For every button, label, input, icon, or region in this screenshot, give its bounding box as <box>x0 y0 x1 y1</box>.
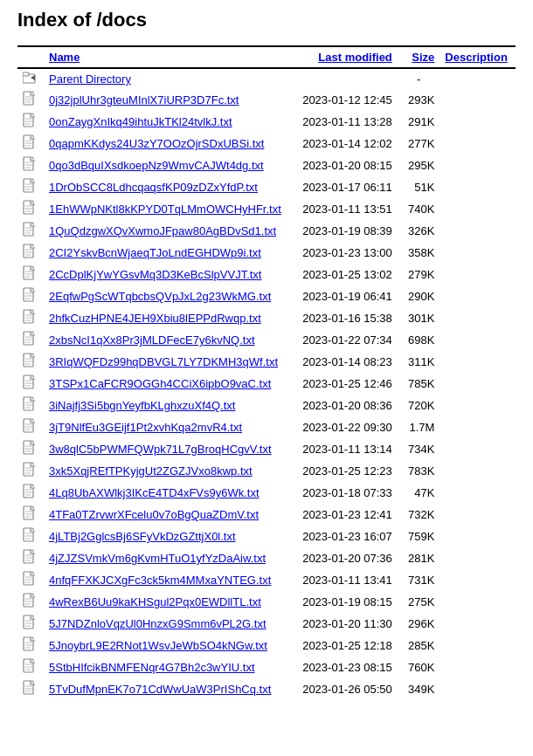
file-name[interactable]: 4jZJZSVmkVm6gKvmHTuO1yfYzDaAiw.txt <box>44 547 287 569</box>
file-link[interactable]: 1EhWWpNKtl8kKPYD0TqLMmOWCHyHFr.txt <box>49 203 281 216</box>
file-name[interactable]: 1EhWWpNKtl8kKPYD0TqLMmOWCHyHFr.txt <box>44 198 287 220</box>
file-name[interactable]: 4Lq8UbAXWlkj3IKcE4TD4xFVs9y6Wk.txt <box>44 482 287 504</box>
file-desc <box>440 678 516 700</box>
name-sort-link[interactable]: Name <box>49 51 80 64</box>
file-link[interactable]: 3jT9NlfEu3GEijf1Pt2xvhKqa2mvR4.txt <box>49 421 242 434</box>
table-row: 5JnoybrL9E2RNot1WsvJeWbSO4kNGw.txt2023-0… <box>17 635 516 656</box>
file-link[interactable]: 5J7NDZnloVqzUl0HnzxG9Smm6vPL2G.txt <box>49 617 266 630</box>
file-icon <box>17 220 44 242</box>
file-icon <box>17 482 44 504</box>
file-link[interactable]: 0qo3dBquIXsdkoepNz9WmvCAJWt4dg.txt <box>49 159 264 172</box>
file-name[interactable]: 2xbsNcI1qXx8Pr3jMLDFecE7y6kvNQ.txt <box>44 329 287 351</box>
file-size: 759K <box>398 526 440 547</box>
col-modified-header[interactable]: Last modified <box>287 46 398 68</box>
file-name[interactable]: 3RIqWQFDz99hqDBVGL7LY7DKMH3qWf.txt <box>44 351 287 373</box>
file-link[interactable]: 1QuQdzgwXQvXwmoJFpaw80AgBDvSd1.txt <box>49 224 276 237</box>
file-modified: 2023-01-20 07:36 <box>287 547 398 569</box>
file-link[interactable]: 1DrObSCC8LdhcqaqsfKP09zDZxYfdP.txt <box>49 181 258 194</box>
file-size: 734K <box>398 438 440 460</box>
table-row: 4jZJZSVmkVm6gKvmHTuO1yfYzDaAiw.txt2023-0… <box>17 547 516 569</box>
file-name[interactable]: 3iNajfj3Si5bgnYeyfbKLghxzuXf4Q.txt <box>44 395 287 416</box>
file-name[interactable]: 2CcDplKjYwYGsvMq3D3KeBcSlpVVJT.txt <box>44 264 287 285</box>
file-link[interactable]: 2hfkCuzHPNE4JEH9Xbiu8lEPPdRwqp.txt <box>49 312 261 325</box>
file-name[interactable]: 4jLTBj2GglcsBj6SFyVkDzGZttjX0l.txt <box>44 526 287 547</box>
table-row: 2CcDplKjYwYGsvMq3D3KeBcSlpVVJT.txt2023-0… <box>17 264 516 285</box>
file-modified: 2023-01-25 12:23 <box>287 460 398 482</box>
file-link[interactable]: 0qapmKKdys24U3zY7OOzOjrSDxUBSi.txt <box>49 137 264 150</box>
file-link[interactable]: 4nfqFFXKJCXgFc3ck5km4MMxaYNTEG.txt <box>49 574 271 587</box>
file-name[interactable]: 0qapmKKdys24U3zY7OOzOjrSDxUBSi.txt <box>44 133 287 155</box>
file-name[interactable]: 1QuQdzgwXQvXwmoJFpaw80AgBDvSd1.txt <box>44 220 287 242</box>
file-name[interactable]: 3TSPx1CaFCR9OGGh4CCiX6ipbO9vaC.txt <box>44 373 287 395</box>
file-desc <box>440 460 516 482</box>
file-name[interactable]: 2hfkCuzHPNE4JEH9Xbiu8lEPPdRwqp.txt <box>44 307 287 329</box>
file-name[interactable]: 3xk5XqjREfTPKyjgUt2ZGZJVxo8kwp.txt <box>44 460 287 482</box>
file-modified: 2023-01-25 12:46 <box>287 373 398 395</box>
file-link[interactable]: 3w8qlC5bPWMFQWpk71L7gBroqHCgvV.txt <box>49 443 272 456</box>
file-name[interactable]: 3jT9NlfEu3GEijf1Pt2xvhKqa2mvR4.txt <box>44 416 287 438</box>
file-link[interactable]: 4jZJZSVmkVm6gKvmHTuO1yfYzDaAiw.txt <box>49 552 266 565</box>
col-desc-header[interactable]: Description <box>440 46 516 68</box>
file-modified: 2023-01-25 12:18 <box>287 635 398 656</box>
file-modified: 2023-01-11 13:28 <box>287 111 398 133</box>
file-name[interactable]: 5TvDufMpnEK7o71CdWwUaW3PrIShCq.txt <box>44 678 287 700</box>
file-desc <box>440 264 516 285</box>
file-link[interactable]: 4jLTBj2GglcsBj6SFyVkDzGZttjX0l.txt <box>49 530 236 543</box>
col-size-header[interactable]: Size <box>398 46 440 68</box>
table-row: 1QuQdzgwXQvXwmoJFpaw80AgBDvSd1.txt2023-0… <box>17 220 516 242</box>
file-link[interactable]: 3xk5XqjREfTPKyjgUt2ZGZJVxo8kwp.txt <box>49 464 253 478</box>
parent-link[interactable]: Parent Directory <box>44 68 287 89</box>
file-link[interactable]: 5TvDufMpnEK7o71CdWwUaW3PrIShCq.txt <box>49 683 271 696</box>
file-modified: 2023-01-19 08:15 <box>287 591 398 613</box>
file-modified: 2023-01-23 13:00 <box>287 242 398 264</box>
file-link[interactable]: 0onZaygXnIkq49ihtuJkTKl24tvlkJ.txt <box>49 115 232 128</box>
file-desc <box>440 133 516 155</box>
file-name[interactable]: 2EqfwPgScWTqbcbsQVpJxL2g23WkMG.txt <box>44 285 287 307</box>
table-row: 2CI2YskvBcnWjaeqTJoLndEGHDWp9i.txt2023-0… <box>17 242 516 264</box>
file-link[interactable]: 2xbsNcI1qXx8Pr3jMLDFecE7y6kvNQ.txt <box>49 333 255 347</box>
file-name[interactable]: 0j32jplUhr3gteuMInlX7iURP3D7Fc.txt <box>44 89 287 111</box>
file-name[interactable]: 0qo3dBquIXsdkoepNz9WmvCAJWt4dg.txt <box>44 155 287 176</box>
file-name[interactable]: 5J7NDZnloVqzUl0HnzxG9Smm6vPL2G.txt <box>44 613 287 635</box>
file-modified: 2023-01-19 08:39 <box>287 220 398 242</box>
file-size: 293K <box>398 89 440 111</box>
file-name[interactable]: 4nfqFFXKJCXgFc3ck5km4MMxaYNTEG.txt <box>44 569 287 591</box>
file-link[interactable]: 5StbHIfcikBNMFENqr4G7Bh2c3wYIU.txt <box>49 661 255 674</box>
file-name[interactable]: 2CI2YskvBcnWjaeqTJoLndEGHDWp9i.txt <box>44 242 287 264</box>
file-name[interactable]: 0onZaygXnIkq49ihtuJkTKl24tvlkJ.txt <box>44 111 287 133</box>
table-row: 4jLTBj2GglcsBj6SFyVkDzGZttjX0l.txt2023-0… <box>17 526 516 547</box>
file-link[interactable]: 2CI2YskvBcnWjaeqTJoLndEGHDWp9i.txt <box>49 246 261 259</box>
file-name[interactable]: 4TFa0TZrvwrXFcelu0v7oBgQuaZDmV.txt <box>44 504 287 526</box>
file-link[interactable]: 4wRexB6Uu9kaKHSgul2Pqx0EWDllTL.txt <box>49 595 261 608</box>
file-size: 731K <box>398 569 440 591</box>
file-link[interactable]: 5JnoybrL9E2RNot1WsvJeWbSO4kNGw.txt <box>49 639 267 652</box>
file-icon <box>17 198 44 220</box>
file-name[interactable]: 4wRexB6Uu9kaKHSgul2Pqx0EWDllTL.txt <box>44 591 287 613</box>
file-link[interactable]: 2EqfwPgScWTqbcbsQVpJxL2g23WkMG.txt <box>49 290 271 303</box>
file-link[interactable]: 3RIqWQFDz99hqDBVGL7LY7DKMH3qWf.txt <box>49 355 278 368</box>
file-icon <box>17 307 44 329</box>
file-desc <box>440 285 516 307</box>
file-link[interactable]: 4Lq8UbAXWlkj3IKcE4TD4xFVs9y6Wk.txt <box>49 486 260 499</box>
file-link[interactable]: 2CcDplKjYwYGsvMq3D3KeBcSlpVVJT.txt <box>49 268 261 281</box>
file-icon <box>17 438 44 460</box>
file-link[interactable]: 4TFa0TZrvwrXFcelu0v7oBgQuaZDmV.txt <box>49 508 259 521</box>
table-row: 2EqfwPgScWTqbcbsQVpJxL2g23WkMG.txt2023-0… <box>17 285 516 307</box>
file-link[interactable]: 0j32jplUhr3gteuMInlX7iURP3D7Fc.txt <box>49 93 239 107</box>
table-row: 0qapmKKdys24U3zY7OOzOjrSDxUBSi.txt2023-0… <box>17 133 516 155</box>
table-row: 5StbHIfcikBNMFENqr4G7Bh2c3wYIU.txt2023-0… <box>17 656 516 678</box>
modified-sort-link[interactable]: Last modified <box>318 51 392 64</box>
file-size: 295K <box>398 155 440 176</box>
col-name-header[interactable]: Name <box>44 46 287 68</box>
size-sort-link[interactable]: Size <box>412 51 434 64</box>
parent-directory-link[interactable]: Parent Directory <box>49 72 131 86</box>
file-modified: 2023-01-22 07:34 <box>287 329 398 351</box>
file-link[interactable]: 3iNajfj3Si5bgnYeyfbKLghxzuXf4Q.txt <box>49 399 235 412</box>
file-desc <box>440 613 516 635</box>
file-name[interactable]: 5JnoybrL9E2RNot1WsvJeWbSO4kNGw.txt <box>44 635 287 656</box>
file-name[interactable]: 5StbHIfcikBNMFENqr4G7Bh2c3wYIU.txt <box>44 656 287 678</box>
file-name[interactable]: 1DrObSCC8LdhcqaqsfKP09zDZxYfdP.txt <box>44 176 287 198</box>
desc-sort-link[interactable]: Description <box>445 51 508 64</box>
file-name[interactable]: 3w8qlC5bPWMFQWpk71L7gBroqHCgvV.txt <box>44 438 287 460</box>
file-link[interactable]: 3TSPx1CaFCR9OGGh4CCiX6ipbO9vaC.txt <box>49 377 271 390</box>
